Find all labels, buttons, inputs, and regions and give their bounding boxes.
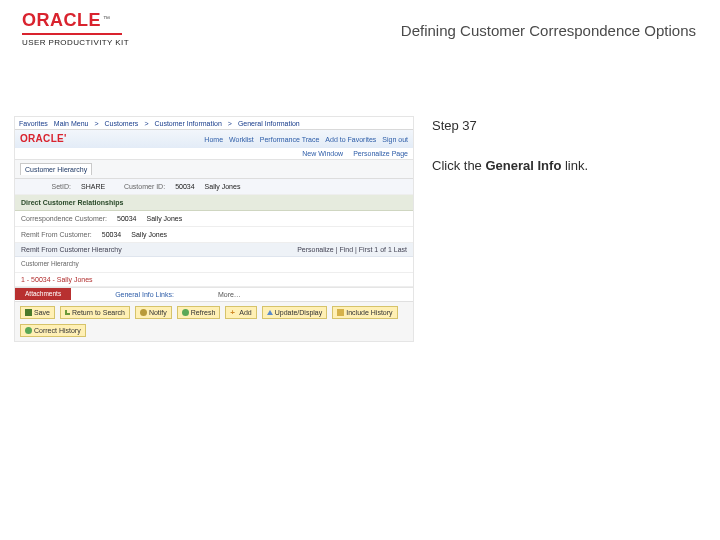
step-prefix: Click the [432, 158, 485, 173]
remit-label: Remit From Customer: [21, 231, 92, 238]
trademark: ™ [103, 15, 110, 22]
app-header-links: Home Worklist Performance Trace Add to F… [204, 136, 408, 143]
link-personalize-page[interactable]: Personalize Page [353, 150, 408, 157]
bell-icon [140, 309, 147, 316]
tab-customer-hierarchy[interactable]: Customer Hierarchy [20, 163, 92, 175]
disk-icon [25, 309, 32, 316]
return-label: Return to Search [72, 309, 125, 316]
info-row: SetID: SHARE Customer ID: 50034 Sally Jo… [15, 179, 413, 195]
history-label: Include History [346, 309, 392, 316]
setid-label: SetID: [21, 183, 71, 190]
grid-controls[interactable]: Personalize | Find | First 1 of 1 Last [297, 246, 407, 253]
attachments-chip[interactable]: Attachments [15, 288, 71, 301]
step-instruction: Click the General Info link. [432, 158, 588, 173]
bc-general-info[interactable]: General Information [238, 120, 300, 127]
link-addfav[interactable]: Add to Favorites [325, 136, 376, 143]
link-perftrace[interactable]: Performance Trace [260, 136, 320, 143]
tab-bar: Customer Hierarchy [15, 160, 413, 179]
step-link-name: General Info [485, 158, 561, 173]
corr-value: 50034 [117, 215, 136, 222]
general-info-links-value[interactable]: More… [218, 291, 241, 298]
corr-name: Sally Jones [146, 215, 182, 222]
refresh-label: Refresh [191, 309, 216, 316]
general-info-links-label: General Info Links: [111, 288, 178, 301]
correct-label: Correct History [34, 327, 81, 334]
toolbar: Save Return to Search Notify Refresh Add… [15, 301, 413, 341]
custid-label: Customer ID: [115, 183, 165, 190]
page-title: Defining Customer Correspondence Options [401, 22, 696, 39]
include-history-button[interactable]: Include History [332, 306, 397, 319]
update-label: Update/Display [275, 309, 322, 316]
cust-name: Sally Jones [205, 183, 241, 190]
update-icon [267, 310, 273, 315]
step-suffix: link. [561, 158, 588, 173]
correct-icon [25, 327, 32, 334]
custid-value: 50034 [175, 183, 194, 190]
app-header: ORACLE' Home Worklist Performance Trace … [15, 130, 413, 148]
remit-value: 50034 [102, 231, 121, 238]
update-display-button[interactable]: Update/Display [262, 306, 327, 319]
save-label: Save [34, 309, 50, 316]
link-new-window[interactable]: New Window [302, 150, 343, 157]
page-actions: New Window Personalize Page [15, 148, 413, 160]
oracle-app-logo: ORACLE' [20, 134, 67, 144]
remit-name: Sally Jones [131, 231, 167, 238]
brand-subtitle: USER PRODUCTIVITY KIT [22, 38, 129, 47]
breadcrumb-bar: Favorites Main Menu > Customers > Custom… [15, 117, 413, 130]
grid-title: Remit From Customer Hierarchy [21, 246, 122, 253]
correct-history-button[interactable]: Correct History [20, 324, 86, 337]
corr-label: Correspondence Customer: [21, 215, 107, 222]
link-signout[interactable]: Sign out [382, 136, 408, 143]
attachments-bar: Attachments General Info Links: More… [15, 287, 413, 301]
oracle-logo: ORACLE [22, 10, 101, 31]
brand-rule [22, 33, 122, 35]
add-button[interactable]: Add [225, 306, 256, 319]
section-direct-relationships: Direct Customer Relationships [15, 195, 413, 211]
bc-customer-info[interactable]: Customer Information [154, 120, 221, 127]
bc-customers[interactable]: Customers [105, 120, 139, 127]
grid-column-header: Customer Hierarchy [15, 257, 413, 273]
brand-block: ORACLE™ USER PRODUCTIVITY KIT [22, 10, 129, 47]
embedded-screenshot: Favorites Main Menu > Customers > Custom… [14, 116, 414, 342]
remit-row: Remit From Customer: 50034 Sally Jones [15, 227, 413, 243]
grid-header: Remit From Customer Hierarchy Personaliz… [15, 243, 413, 257]
refresh-button[interactable]: Refresh [177, 306, 221, 319]
setid-value: SHARE [81, 183, 105, 190]
plus-icon [230, 309, 237, 316]
corr-row: Correspondence Customer: 50034 Sally Jon… [15, 211, 413, 227]
breadcrumb: Favorites Main Menu > Customers > Custom… [19, 120, 409, 127]
return-button[interactable]: Return to Search [60, 306, 130, 319]
save-button[interactable]: Save [20, 306, 55, 319]
history-icon [337, 309, 344, 316]
notify-label: Notify [149, 309, 167, 316]
link-home[interactable]: Home [204, 136, 223, 143]
link-worklist[interactable]: Worklist [229, 136, 254, 143]
notify-button[interactable]: Notify [135, 306, 172, 319]
refresh-icon [182, 309, 189, 316]
grid-row[interactable]: 1 - 50034 - Sally Jones [15, 273, 413, 287]
step-label: Step 37 [432, 118, 477, 133]
return-icon [65, 310, 70, 315]
grid-row-text: 1 - 50034 - Sally Jones [21, 276, 93, 283]
add-label: Add [239, 309, 251, 316]
bc-main-menu[interactable]: Main Menu [54, 120, 89, 127]
bc-favorites[interactable]: Favorites [19, 120, 48, 127]
